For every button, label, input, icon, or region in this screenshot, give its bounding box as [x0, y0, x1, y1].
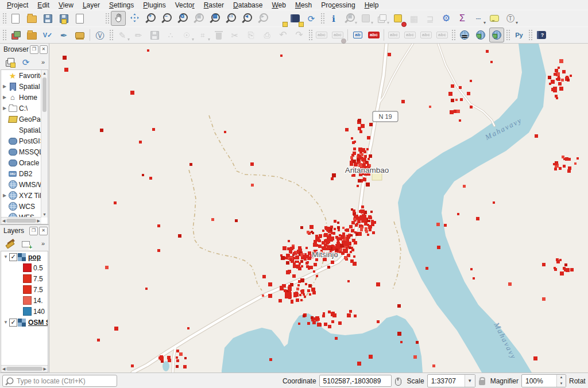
browser-item-wcs[interactable]: WCS	[1, 201, 41, 212]
toolbar-handle[interactable]	[451, 29, 455, 41]
add-selected-layers-button[interactable]	[2, 55, 17, 69]
scale-combobox[interactable]: 1:33707 ▼	[427, 374, 475, 387]
add-feature-button[interactable]: ☉▾	[179, 28, 194, 42]
magnifier-decrease-button[interactable]: ▼	[557, 381, 566, 387]
expander-icon[interactable]: ▶	[1, 84, 8, 89]
add-raster-layer-button[interactable]	[24, 28, 39, 42]
new-spatial-bookmark-button[interactable]	[272, 11, 287, 26]
undo-button[interactable]: ↶	[276, 28, 291, 42]
project-open-button[interactable]	[24, 11, 39, 26]
show-spatial-bookmarks-button[interactable]	[288, 11, 303, 26]
paste-features-button[interactable]: ⎙	[260, 28, 274, 42]
browser-item-c-[interactable]: ▶C:\	[1, 103, 41, 114]
zoom-to-layer-button[interactable]: ▤	[207, 11, 222, 26]
scrollbar-thumb[interactable]	[6, 219, 36, 223]
browser-item-home[interactable]: ▶⌂Home	[1, 92, 41, 103]
search-osm-layers-button[interactable]	[473, 28, 488, 42]
menu-edit[interactable]: Edit	[33, 1, 54, 10]
browser-item-db2[interactable]: DB2DB2	[1, 168, 41, 179]
add-vector-layer-button[interactable]: V✓	[40, 28, 55, 42]
toolbar-handle[interactable]	[308, 29, 312, 41]
change-label-properties-button[interactable]: abc	[435, 28, 450, 42]
project-properties-button[interactable]	[72, 11, 87, 26]
menu-view[interactable]: View	[54, 1, 78, 10]
zoom-to-selection-button[interactable]: ▣	[191, 11, 206, 26]
browser-item-wms-wmts[interactable]: WMS/WMTS	[1, 179, 41, 190]
browser-vertical-scrollbar[interactable]: ▲ ▼	[41, 70, 48, 218]
field-calculator-button[interactable]: ⊒	[423, 11, 438, 26]
add-group-button[interactable]	[18, 236, 33, 251]
scroll-up-arrow[interactable]: ▲	[42, 70, 47, 76]
move-label-button[interactable]: abc	[403, 28, 417, 42]
style-manager-button[interactable]	[88, 11, 103, 26]
statistical-summary-button[interactable]: Σ	[455, 11, 470, 26]
vertex-tool-button[interactable]: ⌗▾	[195, 28, 210, 42]
show-hide-labels-button[interactable]: abc	[386, 28, 401, 42]
scroll-right-arrow[interactable]: ▶	[44, 367, 47, 371]
metasearch-button[interactable]	[457, 28, 472, 42]
text-annotation-button[interactable]: Ⓣ▾	[503, 11, 518, 26]
measure-button[interactable]: ┄▾	[471, 11, 486, 26]
scale-dropdown-button[interactable]: ▼	[465, 375, 475, 387]
expander-icon[interactable]: ▼	[2, 320, 9, 325]
osm-tile-layer-button[interactable]	[489, 28, 504, 42]
add-virtual-layer-button[interactable]: Ⓥ	[92, 28, 107, 42]
toolbar-handle[interactable]	[320, 13, 324, 24]
browser-item-favorites[interactable]: ★Favorites	[1, 70, 41, 81]
project-new-button[interactable]	[8, 11, 23, 26]
layer-row[interactable]: ▼✓OSM Standard	[1, 317, 48, 328]
help-contents-button[interactable]: ?	[534, 28, 549, 42]
scroll-left-arrow[interactable]: ◀	[2, 219, 5, 223]
scrollbar-thumb[interactable]	[42, 77, 47, 112]
deselect-all-button[interactable]	[390, 11, 405, 26]
zoom-in-button[interactable]: +	[143, 11, 158, 26]
zoom-last-button[interactable]: ◂	[239, 11, 254, 26]
browser-close-button[interactable]: ✕	[40, 45, 48, 54]
map-tips-button[interactable]	[487, 11, 502, 26]
menu-mesh[interactable]: Mesh	[291, 1, 316, 10]
layers-float-button[interactable]: ❐	[29, 227, 38, 235]
coordinate-input[interactable]: 5102587,-1803089	[319, 375, 392, 387]
layers-toolbar-overflow[interactable]: »	[39, 240, 47, 247]
toolbar-handle[interactable]	[109, 29, 113, 41]
pin-unpin-labels-button[interactable]: ab	[350, 28, 365, 42]
menu-layer[interactable]: Layer	[78, 1, 105, 10]
toolbar-handle[interactable]	[2, 29, 6, 41]
layer-labeling-options-button[interactable]: abc	[314, 28, 329, 42]
magnifier-increase-button[interactable]: ▲	[557, 375, 566, 381]
select-features-button[interactable]: ▣▾	[342, 11, 357, 26]
refresh-browser-button[interactable]: ⟳	[18, 55, 33, 69]
browser-toolbar-overflow[interactable]: »	[39, 59, 47, 65]
select-by-expression-button[interactable]: ▾	[358, 11, 373, 26]
menu-settings[interactable]: Settings	[105, 1, 138, 10]
toolbar-handle[interactable]	[105, 13, 109, 24]
layer-diagram-options-button[interactable]: abc	[330, 28, 345, 42]
toggle-editing-button[interactable]: ✏	[131, 28, 146, 42]
refresh-map-button[interactable]: ⟳	[304, 11, 319, 26]
layers-horizontal-scrollbar[interactable]: ◀ ▶	[1, 365, 48, 372]
menu-vector[interactable]: Vector	[171, 1, 199, 10]
scroll-down-arrow[interactable]: ▼	[42, 211, 47, 218]
open-data-source-manager-button[interactable]	[8, 28, 23, 42]
zoom-out-button[interactable]: −	[159, 11, 174, 26]
open-layer-styling-button[interactable]	[2, 236, 17, 251]
expander-icon[interactable]: ▶	[1, 193, 8, 198]
browser-item-xyz-tiles[interactable]: ▶XYZ Tiles	[1, 190, 41, 201]
pan-to-selection-button[interactable]	[127, 11, 142, 26]
zoom-native-button[interactable]: 1:1	[223, 11, 238, 26]
menu-processing[interactable]: Processing	[316, 1, 359, 10]
menu-plugins[interactable]: Plugins	[138, 1, 170, 10]
expander-icon[interactable]: ▶	[1, 106, 8, 111]
browser-item-mssql[interactable]: MSSQL	[1, 146, 41, 157]
cut-features-button[interactable]: ✂	[227, 28, 242, 42]
browser-horizontal-scrollbar[interactable]: ◀ ▶	[1, 217, 41, 224]
deselect-from-layers-button[interactable]: ▾	[374, 11, 389, 26]
add-delimited-text-layer-button[interactable]: ✒	[56, 28, 71, 42]
browser-item-geopackage[interactable]: GeoPackage	[1, 114, 41, 125]
save-layer-edits-button[interactable]	[147, 28, 162, 42]
redo-button[interactable]: ↷	[292, 28, 307, 42]
highlight-pinned-labels-button[interactable]: abc	[366, 28, 381, 42]
scrollbar-thumb[interactable]	[6, 367, 42, 371]
current-edits-button[interactable]: ✎▾	[115, 28, 130, 42]
scroll-right-arrow[interactable]: ▶	[37, 219, 40, 223]
